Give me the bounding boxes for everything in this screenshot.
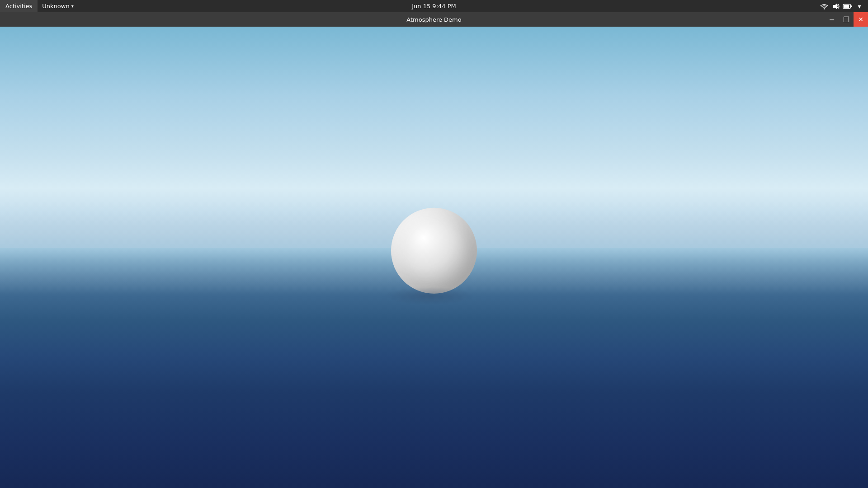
svg-marker-0	[833, 4, 837, 9]
datetime-label: Jun 15 9:44 PM	[412, 3, 456, 9]
sphere-container	[391, 207, 477, 293]
wifi-icon[interactable]	[819, 1, 829, 11]
close-icon: ✕	[858, 16, 863, 23]
system-bar-center: Jun 15 9:44 PM	[412, 3, 456, 9]
scene-canvas	[0, 27, 868, 488]
restore-icon: ❐	[843, 15, 849, 24]
unknown-label: Unknown	[42, 3, 69, 9]
activities-label: Activities	[5, 3, 32, 9]
volume-icon[interactable]	[831, 1, 841, 11]
minimize-button[interactable]: −	[825, 12, 839, 27]
expand-label: ▾	[858, 3, 861, 10]
svg-rect-2	[844, 5, 849, 7]
restore-button[interactable]: ❐	[839, 12, 854, 27]
activities-button[interactable]: Activities	[0, 0, 38, 12]
chevron-down-icon: ▾	[71, 4, 74, 9]
sphere-shadow	[384, 286, 475, 305]
window-controls: − ❐ ✕	[825, 12, 868, 27]
system-tray-expand-icon[interactable]: ▾	[854, 1, 864, 11]
system-bar-left: Activities Unknown ▾	[0, 0, 78, 12]
unknown-menu[interactable]: Unknown ▾	[38, 0, 78, 12]
window-title: Atmosphere Demo	[406, 16, 461, 23]
close-button[interactable]: ✕	[854, 12, 868, 27]
svg-rect-3	[851, 5, 852, 7]
system-bar: Activities Unknown ▾ Jun 15 9:44 PM	[0, 0, 868, 12]
minimize-icon: −	[829, 15, 835, 24]
battery-icon[interactable]	[843, 1, 853, 11]
title-bar: Atmosphere Demo − ❐ ✕	[0, 12, 868, 27]
system-bar-right: ▾	[819, 1, 868, 11]
sphere-object	[391, 207, 477, 293]
